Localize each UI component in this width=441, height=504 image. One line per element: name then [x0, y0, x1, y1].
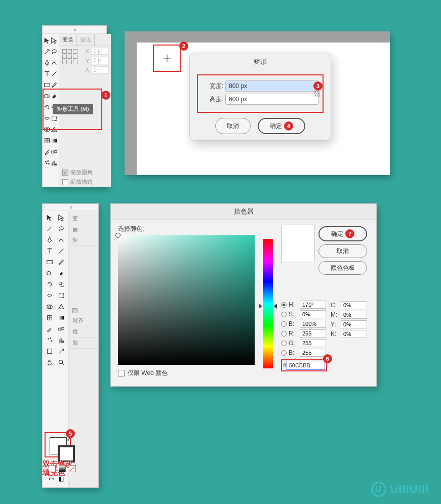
- g-input[interactable]: [300, 339, 326, 347]
- none-color-icon[interactable]: [69, 465, 76, 472]
- cp-ok-button[interactable]: 确定 7: [318, 226, 367, 241]
- m-input[interactable]: [341, 311, 367, 319]
- perspective-tool[interactable]: [56, 301, 68, 312]
- y-value[interactable]: 0 p: [92, 57, 109, 64]
- b2-radio[interactable]: [281, 350, 287, 356]
- saturation-value-field[interactable]: [118, 235, 255, 365]
- s-input[interactable]: [300, 310, 326, 318]
- symbol-sprayer-tool[interactable]: [44, 157, 51, 169]
- paintbrush-tool[interactable]: [56, 257, 68, 268]
- k-input[interactable]: [341, 330, 367, 338]
- r-radio[interactable]: [281, 331, 287, 337]
- panel2-collapse-chevrons[interactable]: «: [43, 204, 98, 211]
- rectangle-tool[interactable]: [44, 257, 56, 268]
- gradient-tool[interactable]: [51, 135, 58, 146]
- scale-tool[interactable]: [51, 102, 58, 113]
- side-mini-align[interactable]: 对齐: [69, 315, 98, 326]
- b-input[interactable]: [300, 320, 326, 328]
- direct-selection-tool[interactable]: [56, 212, 68, 223]
- scale-corners-checkbox[interactable]: ✓: [62, 170, 68, 176]
- link-dimensions-icon[interactable]: ⛓: [313, 90, 320, 98]
- tab-transform[interactable]: 变换: [59, 34, 77, 46]
- height-input[interactable]: [225, 94, 318, 105]
- hex-input[interactable]: [287, 361, 325, 370]
- magic-wand-tool[interactable]: [44, 223, 56, 234]
- hue-radio[interactable]: [281, 302, 287, 308]
- zoom-tool[interactable]: [56, 357, 68, 368]
- x-value[interactable]: 0 p: [92, 47, 109, 55]
- web-only-checkbox[interactable]: [118, 370, 125, 376]
- c-input[interactable]: [341, 301, 367, 309]
- reference-point-selector[interactable]: [62, 49, 77, 64]
- selection-tool[interactable]: [44, 212, 56, 223]
- curvature-tool[interactable]: [56, 234, 68, 245]
- free-transform-tool[interactable]: [51, 113, 58, 124]
- shape-builder-tool[interactable]: [44, 301, 56, 312]
- side-mini-color[interactable]: 颜: [69, 338, 98, 349]
- h-input[interactable]: [300, 301, 326, 309]
- width-tool[interactable]: [44, 290, 56, 301]
- mesh-tool[interactable]: [44, 135, 51, 146]
- hue-slider[interactable]: [263, 239, 273, 368]
- scale-tool[interactable]: [56, 279, 68, 290]
- r-input[interactable]: [300, 329, 326, 338]
- cp-cancel-button[interactable]: 取消: [318, 244, 367, 258]
- rotate-tool[interactable]: [44, 279, 56, 290]
- rotate-tool[interactable]: [44, 102, 51, 113]
- solid-color-icon[interactable]: [49, 465, 56, 472]
- side-check[interactable]: [72, 308, 77, 313]
- angle-value[interactable]: 0°: [92, 66, 109, 74]
- edit-toolbar-icon[interactable]: · · ·: [43, 477, 98, 488]
- type-tool[interactable]: [44, 68, 51, 79]
- ok-button[interactable]: 确定 4: [258, 118, 305, 134]
- shaper-tool[interactable]: [44, 268, 56, 279]
- direct-selection-tool[interactable]: [51, 35, 58, 46]
- side-mini-grid-icon[interactable]: ▦: [69, 224, 98, 235]
- scale-stroke-checkbox[interactable]: [62, 179, 68, 185]
- symbol-sprayer-tool[interactable]: [44, 334, 56, 346]
- tab-stroke[interactable]: 描边: [77, 34, 95, 46]
- column-graph-tool[interactable]: [56, 334, 68, 346]
- paintbrush-tool[interactable]: [51, 79, 58, 91]
- artboard-tool[interactable]: [44, 346, 56, 357]
- g-radio[interactable]: [281, 341, 287, 346]
- side-mini-transparent[interactable]: 透: [69, 326, 98, 338]
- eraser-tool[interactable]: [56, 268, 68, 279]
- hand-tool[interactable]: [44, 357, 56, 368]
- rectangle-tool[interactable]: [44, 79, 51, 91]
- b2-input[interactable]: [300, 349, 326, 357]
- cancel-button[interactable]: 取消: [215, 118, 251, 134]
- free-transform-tool[interactable]: [56, 290, 68, 301]
- blend-tool[interactable]: [51, 146, 58, 157]
- side-mini-rect[interactable]: 矩: [69, 235, 98, 246]
- line-tool[interactable]: [56, 245, 68, 257]
- lasso-tool[interactable]: [56, 223, 68, 234]
- pen-tool[interactable]: [44, 234, 56, 245]
- bri-radio[interactable]: [281, 321, 287, 327]
- cp-swatches-button[interactable]: 颜色色板: [318, 261, 367, 275]
- y-input[interactable]: [341, 320, 367, 328]
- mesh-tool[interactable]: [44, 312, 56, 323]
- shape-builder-tool[interactable]: [44, 124, 51, 135]
- shaper-tool[interactable]: [44, 91, 51, 102]
- lasso-tool[interactable]: [51, 46, 58, 57]
- width-tool[interactable]: [44, 113, 51, 124]
- blend-tool[interactable]: [56, 323, 68, 334]
- eyedropper-tool[interactable]: [44, 323, 56, 334]
- pen-tool[interactable]: [44, 57, 51, 68]
- column-graph-tool[interactable]: [51, 157, 58, 169]
- magic-wand-tool[interactable]: [44, 46, 51, 57]
- slice-tool[interactable]: [56, 346, 68, 357]
- width-input[interactable]: [225, 80, 318, 92]
- sv-cursor[interactable]: [115, 233, 121, 238]
- panel-collapse-chevrons[interactable]: «: [43, 26, 106, 34]
- perspective-tool[interactable]: [51, 124, 58, 135]
- sat-radio[interactable]: [281, 312, 287, 317]
- selection-tool[interactable]: [44, 35, 51, 46]
- eraser-tool[interactable]: [51, 91, 58, 102]
- gradient-tool[interactable]: [56, 312, 68, 323]
- curvature-tool[interactable]: [51, 57, 58, 68]
- side-mini-transform[interactable]: 变: [69, 213, 98, 224]
- line-tool[interactable]: [51, 68, 58, 79]
- eyedropper-tool[interactable]: [44, 146, 51, 157]
